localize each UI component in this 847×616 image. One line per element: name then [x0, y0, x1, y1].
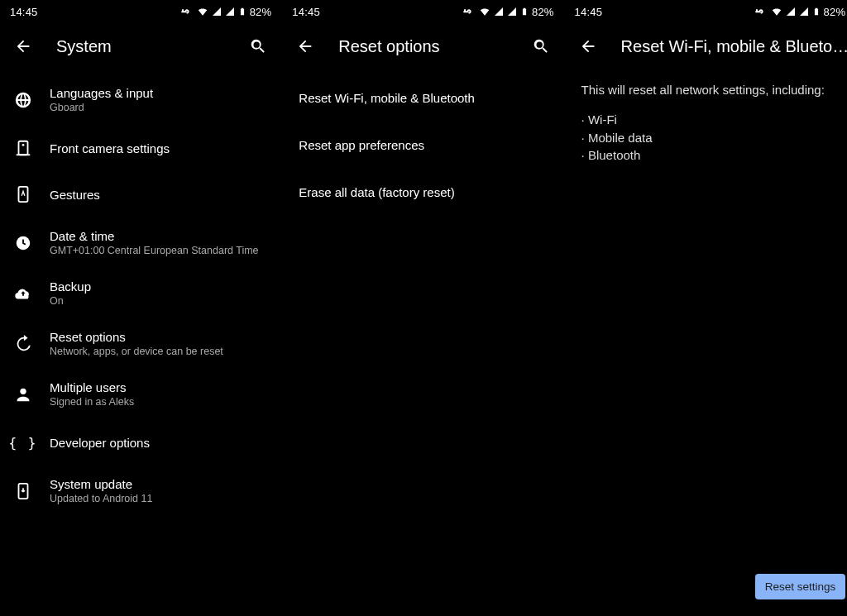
svg-rect-8 — [523, 10, 525, 14]
status-time: 14:45 — [292, 6, 320, 18]
setting-sub: Updated to Android 11 — [50, 493, 152, 504]
header: Reset options — [282, 23, 563, 69]
status-icons: 82% — [180, 5, 272, 18]
arrow-left-icon — [579, 37, 597, 55]
battery-icon — [238, 6, 246, 17]
header: System — [0, 23, 281, 69]
clock-icon — [12, 232, 35, 255]
globe-icon — [12, 88, 35, 112]
search-button[interactable] — [524, 30, 557, 63]
status-bar: 14:45 82% — [0, 0, 281, 23]
wifi-icon — [479, 6, 490, 17]
setting-sub: Gboard — [50, 102, 153, 113]
setting-sub: On — [50, 295, 91, 307]
svg-point-6 — [20, 388, 26, 394]
setting-title: Backup — [50, 279, 91, 294]
system-update-icon — [12, 480, 35, 503]
reset-settings-button[interactable]: Reset settings — [755, 574, 846, 599]
setting-title: Front camera settings — [50, 141, 170, 155]
wifi-icon — [197, 6, 208, 17]
setting-item-languages[interactable]: Languages & input Gboard — [0, 74, 281, 125]
setting-title: Languages & input — [50, 86, 153, 100]
svg-rect-9 — [815, 10, 817, 14]
search-icon — [249, 37, 267, 55]
pane-reset-options: 14:45 82% Reset options Reset Wi-Fi, mob… — [282, 0, 564, 616]
bullet-wifi: Wi-Fi — [581, 111, 840, 129]
signal2-icon — [225, 7, 235, 17]
battery-pct: 82% — [824, 6, 846, 18]
battery-icon — [520, 6, 529, 17]
pane-system: 14:45 82% System Languages & input Gboar… — [0, 0, 282, 616]
restore-icon — [12, 332, 35, 356]
bullet-mobile: Mobile data — [581, 129, 840, 147]
reset-item-network[interactable]: Reset Wi-Fi, mobile & Bluetooth — [282, 74, 563, 122]
reset-item-factory[interactable]: Erase all data (factory reset) — [282, 169, 563, 216]
signal-icon — [494, 7, 504, 17]
front-camera-icon — [12, 136, 35, 160]
battery-pct: 82% — [532, 6, 554, 18]
reset-item-app-prefs[interactable]: Reset app preferences — [282, 122, 563, 169]
battery-icon — [812, 6, 821, 17]
signal-icon — [786, 7, 796, 17]
status-icons: 82% — [462, 5, 554, 18]
settings-list: Languages & input Gboard Front camera se… — [0, 69, 281, 616]
page-title: Reset Wi-Fi, mobile & Blueto… — [608, 37, 847, 56]
reset-options-list: Reset Wi-Fi, mobile & Bluetooth Reset ap… — [282, 69, 563, 616]
back-button[interactable] — [572, 30, 605, 63]
back-button[interactable] — [7, 30, 40, 63]
svg-point-2 — [22, 144, 25, 146]
bullet-bluetooth: Bluetooth — [581, 146, 840, 165]
vpn-key-icon — [180, 5, 194, 18]
setting-item-gestures[interactable]: Gestures — [0, 171, 281, 217]
svg-rect-0 — [241, 10, 243, 14]
vpn-key-icon — [462, 5, 476, 18]
status-time: 14:45 — [10, 6, 38, 18]
header: Reset Wi-Fi, mobile & Blueto… — [565, 23, 847, 69]
vpn-key-icon — [754, 5, 768, 18]
setting-item-reset[interactable]: Reset options Network, apps, or device c… — [0, 318, 281, 369]
setting-title: Multiple users — [50, 380, 134, 394]
wifi-icon — [771, 6, 782, 17]
status-time: 14:45 — [575, 6, 603, 18]
setting-item-frontcam[interactable]: Front camera settings — [0, 125, 281, 171]
reset-bullet-list: Wi-Fi Mobile data Bluetooth — [581, 111, 840, 165]
reset-network-body: This will reset all network settings, in… — [565, 69, 847, 176]
battery-pct: 82% — [250, 6, 272, 18]
status-bar: 14:45 82% — [565, 0, 847, 23]
reset-intro-text: This will reset all network settings, in… — [581, 81, 840, 99]
setting-item-devoptions[interactable]: { } Developer options — [0, 419, 281, 466]
search-icon — [532, 37, 550, 55]
setting-title: Reset options — [50, 330, 223, 344]
svg-rect-4 — [19, 187, 28, 202]
person-icon — [12, 383, 35, 406]
setting-item-users[interactable]: Multiple users Signed in as Aleks — [0, 369, 281, 419]
setting-item-datetime[interactable]: Date & time GMT+01:00 Central European S… — [0, 217, 281, 268]
svg-rect-1 — [19, 141, 28, 155]
status-bar: 14:45 82% — [282, 0, 563, 23]
braces-icon: { } — [12, 431, 35, 454]
page-title: System — [43, 37, 238, 56]
setting-title: Date & time — [50, 229, 259, 243]
setting-title: Gestures — [50, 188, 100, 202]
setting-sub: GMT+01:00 Central European Standard Time — [50, 245, 259, 256]
arrow-left-icon — [14, 37, 32, 55]
setting-sub: Network, apps, or device can be reset — [50, 346, 223, 357]
signal2-icon — [507, 7, 517, 17]
back-button[interactable] — [289, 30, 322, 63]
page-title: Reset options — [325, 37, 520, 56]
signal2-icon — [799, 7, 809, 17]
setting-item-backup[interactable]: Backup On — [0, 268, 281, 318]
setting-sub: Signed in as Aleks — [50, 396, 134, 408]
signal-icon — [212, 7, 222, 17]
search-button[interactable] — [242, 30, 275, 63]
cloud-upload-icon — [12, 282, 35, 305]
status-icons: 82% — [754, 5, 846, 18]
setting-title: System update — [50, 477, 152, 491]
setting-title: Developer options — [50, 436, 150, 450]
setting-item-sysupdate[interactable]: System update Updated to Android 11 — [0, 466, 281, 516]
gesture-icon — [12, 183, 35, 206]
svg-rect-3 — [17, 154, 31, 155]
arrow-left-icon — [296, 37, 314, 55]
pane-reset-network: 14:45 82% Reset Wi-Fi, mobile & Blueto… … — [565, 0, 847, 616]
